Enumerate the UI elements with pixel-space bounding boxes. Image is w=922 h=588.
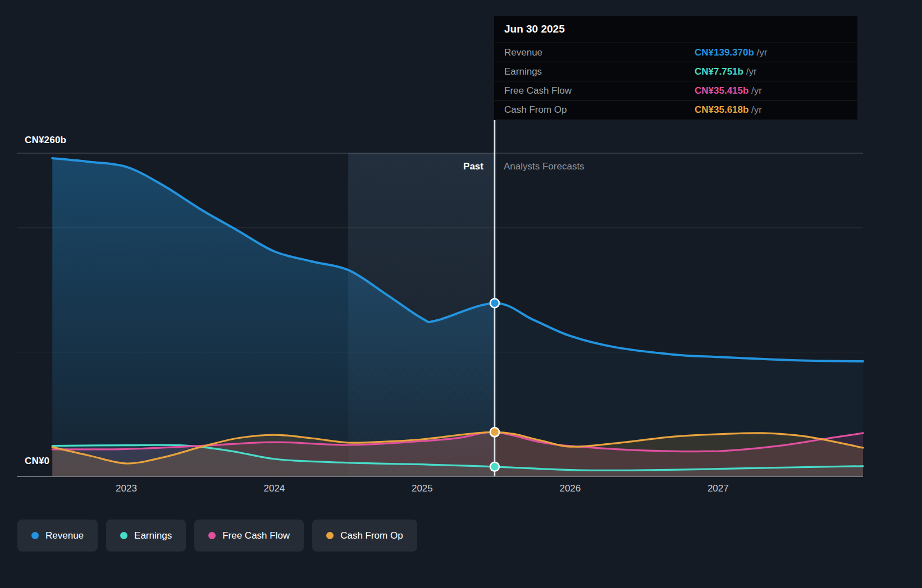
tooltip-value: CN¥35.415b /yr — [695, 85, 762, 97]
legend-label: Cash From Op — [340, 530, 403, 541]
legend-revenue[interactable]: Revenue — [17, 520, 98, 552]
y-axis-label-zero: CN¥0 — [25, 456, 49, 467]
revenue-dot — [31, 532, 39, 539]
earnings-dot — [120, 532, 127, 539]
tooltip: Jun 30 2025 RevenueCN¥139.370b /yrEarnin… — [494, 16, 857, 120]
tooltip-value: CN¥35.618b /yr — [695, 104, 762, 116]
free-cash-flow-dot — [208, 532, 216, 539]
legend-earnings[interactable]: Earnings — [106, 520, 186, 552]
tooltip-row-revenue: RevenueCN¥139.370b /yr — [494, 43, 857, 62]
tooltip-label: Cash From Op — [504, 104, 567, 116]
forecast-label: Analysts Forecasts — [504, 161, 585, 172]
cash-from-op-marker — [490, 428, 499, 437]
y-axis-label-max: CN¥260b — [25, 135, 66, 146]
x-axis-tick-2024: 2024 — [249, 483, 299, 494]
cash-from-op-dot — [326, 532, 334, 539]
past-label: Past — [405, 161, 483, 172]
legend-free-cash-flow[interactable]: Free Cash Flow — [194, 520, 304, 552]
tooltip-label: Revenue — [504, 47, 542, 58]
tooltip-value: CN¥139.370b /yr — [695, 47, 767, 58]
revenue-marker — [490, 298, 499, 307]
tooltip-date: Jun 30 2025 — [494, 16, 857, 43]
tooltip-value: CN¥7.751b /yr — [695, 66, 757, 77]
tooltip-rows: RevenueCN¥139.370b /yrEarningsCN¥7.751b … — [494, 43, 857, 120]
x-axis: 20232024202520262027 — [0, 483, 922, 497]
legend-label: Revenue — [45, 530, 84, 541]
earnings-marker — [490, 462, 499, 471]
legend-label: Earnings — [134, 530, 172, 541]
tooltip-row-free-cash-flow: Free Cash FlowCN¥35.415b /yr — [494, 81, 857, 100]
tooltip-label: Free Cash Flow — [504, 85, 572, 97]
tooltip-row-cash-from-op: Cash From OpCN¥35.618b /yr — [494, 100, 857, 120]
x-axis-tick-2026: 2026 — [545, 483, 595, 494]
legend-cash-from-op[interactable]: Cash From Op — [312, 520, 417, 552]
x-axis-tick-2027: 2027 — [693, 483, 743, 494]
legend: RevenueEarningsFree Cash FlowCash From O… — [17, 520, 417, 552]
tooltip-label: Earnings — [504, 66, 542, 77]
x-axis-tick-2025: 2025 — [397, 483, 448, 494]
x-axis-tick-2023: 2023 — [101, 483, 152, 494]
legend-label: Free Cash Flow — [222, 530, 290, 541]
tooltip-row-earnings: EarningsCN¥7.751b /yr — [494, 62, 857, 81]
